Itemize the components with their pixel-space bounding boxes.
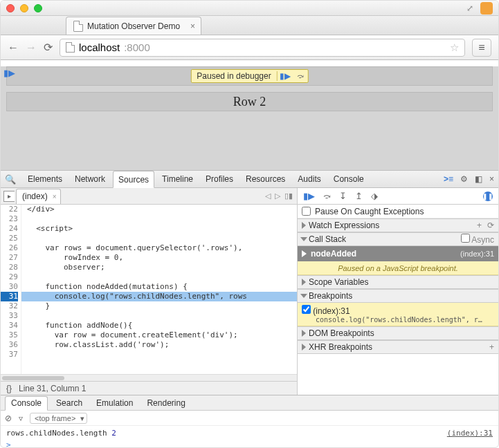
status-bar: {} Line 31, Column 1 bbox=[1, 381, 297, 395]
scope-section[interactable]: Scope Variables bbox=[298, 275, 498, 289]
history-back-icon[interactable]: ◁ bbox=[265, 192, 271, 200]
show-drawer-icon[interactable]: >≡ bbox=[444, 174, 453, 184]
chevron-right-icon bbox=[302, 222, 306, 229]
browser-tab[interactable]: Mutation Observer Demo × bbox=[66, 17, 201, 35]
chevron-right-icon bbox=[302, 279, 306, 286]
tab-title: Mutation Observer Demo bbox=[87, 21, 180, 31]
async-toggle[interactable]: Async bbox=[461, 234, 494, 245]
pause-on-caught-label: Pause On Caught Exceptions bbox=[315, 207, 424, 216]
drawer: Console Search Emulation Rendering ⊘ ▿ <… bbox=[1, 395, 498, 448]
window-controls bbox=[6, 4, 42, 12]
drawer-tab-console[interactable]: Console bbox=[5, 396, 48, 411]
console-prompt[interactable]: > bbox=[6, 438, 493, 448]
history-fwd-icon[interactable]: ▷ bbox=[275, 192, 280, 200]
dom-bp-section[interactable]: DOM Breakpoints bbox=[298, 326, 498, 340]
async-checkbox[interactable] bbox=[461, 234, 470, 243]
step-into-icon[interactable]: ↧ bbox=[339, 191, 347, 201]
console-text: rows.childNodes.length bbox=[6, 429, 107, 438]
navigator-toggle-icon[interactable]: ▸ bbox=[3, 191, 15, 202]
browser-menu-button[interactable]: ≡ bbox=[472, 39, 491, 57]
resume-overlay-icon[interactable]: ▮▶ bbox=[3, 68, 15, 78]
pretty-print-icon[interactable]: {} bbox=[6, 384, 12, 393]
drawer-tab-search[interactable]: Search bbox=[51, 395, 88, 410]
cat-extension-icon[interactable] bbox=[480, 2, 493, 15]
close-devtools-icon[interactable]: × bbox=[489, 174, 494, 184]
callstack-section[interactable]: Call Stack Async bbox=[298, 232, 498, 246]
tab-sources[interactable]: Sources bbox=[113, 171, 154, 188]
code-body[interactable]: </div> <script> var rows = document.quer… bbox=[21, 205, 297, 374]
window-titlebar: ⤢ bbox=[1, 1, 498, 16]
tab-timeline[interactable]: Timeline bbox=[157, 171, 198, 188]
reload-button[interactable]: ⟳ bbox=[44, 41, 53, 54]
watch-label: Watch Expressions bbox=[309, 221, 379, 230]
inspect-icon[interactable]: 🔍 bbox=[5, 174, 16, 185]
pause-exceptions-icon[interactable]: ❚❚ bbox=[483, 192, 493, 201]
source-editor[interactable]: 22232425262728293031323334353637 </div> … bbox=[1, 205, 297, 374]
back-button[interactable]: ← bbox=[8, 41, 19, 54]
dock-side-icon[interactable]: ◧ bbox=[475, 174, 482, 184]
breakpoint-checkbox[interactable] bbox=[302, 305, 311, 314]
chevron-right-icon bbox=[302, 330, 306, 337]
chevron-down-icon bbox=[300, 237, 307, 241]
deactivate-bp-icon[interactable]: ⬗ bbox=[371, 191, 378, 201]
tab-audits[interactable]: Audits bbox=[293, 171, 325, 188]
tab-resources[interactable]: Resources bbox=[241, 171, 290, 188]
tab-profiles[interactable]: Profiles bbox=[201, 171, 238, 188]
console-source-link[interactable]: (index):31 bbox=[447, 429, 493, 438]
breakpoint-preview: console.log("rows.childNodes.length", r… bbox=[316, 316, 494, 324]
console-output[interactable]: rows.childNodes.length 2 (index):31 > bbox=[1, 426, 498, 448]
call-frame[interactable]: nodeAdded (index):31 bbox=[298, 246, 498, 261]
tab-elements[interactable]: Elements bbox=[23, 171, 67, 188]
resume-button[interactable]: ▮▶ bbox=[278, 71, 293, 81]
line-gutter[interactable]: 22232425262728293031323334353637 bbox=[1, 205, 21, 374]
settings-gear-icon[interactable]: ⚙ bbox=[460, 174, 468, 184]
drawer-tabs: Console Search Emulation Rendering bbox=[1, 395, 498, 411]
minimize-window-button[interactable] bbox=[20, 4, 28, 12]
pause-on-caught-row[interactable]: Pause On Caught Exceptions bbox=[298, 205, 498, 218]
filter-icon[interactable]: ▿ bbox=[19, 413, 23, 423]
url-port: :8000 bbox=[124, 41, 150, 53]
console-message: rows.childNodes.length 2 (index):31 bbox=[6, 429, 493, 438]
close-file-icon[interactable]: × bbox=[53, 193, 57, 200]
breakpoint-item[interactable]: (index):31 console.log("rows.childNodes.… bbox=[298, 303, 498, 326]
step-over-icon[interactable]: ⤼ bbox=[323, 191, 331, 201]
resume-icon[interactable]: ▮▶ bbox=[303, 191, 315, 201]
site-icon bbox=[66, 42, 75, 53]
add-watch-icon[interactable]: + bbox=[477, 221, 482, 230]
tab-console[interactable]: Console bbox=[329, 171, 369, 188]
zoom-window-button[interactable] bbox=[34, 4, 42, 12]
clear-console-icon[interactable]: ⊘ bbox=[5, 413, 12, 423]
toggle-sidebar-icon[interactable]: ▯▮ bbox=[284, 192, 293, 200]
frame-function: nodeAdded bbox=[311, 249, 356, 259]
file-tab-index[interactable]: (index) × bbox=[16, 189, 61, 204]
frame-location: (index):31 bbox=[460, 250, 494, 258]
chevron-down-icon bbox=[300, 294, 307, 298]
drawer-tab-rendering[interactable]: Rendering bbox=[141, 395, 190, 410]
current-frame-arrow-icon bbox=[302, 250, 307, 257]
pause-on-caught-checkbox[interactable] bbox=[302, 207, 311, 216]
address-bar[interactable]: localhost:8000 ☆ bbox=[60, 39, 465, 57]
fullscreen-icon[interactable]: ⤢ bbox=[466, 3, 473, 13]
scope-label: Scope Variables bbox=[309, 277, 369, 287]
close-window-button[interactable] bbox=[6, 4, 15, 12]
step-out-icon[interactable]: ↥ bbox=[355, 191, 363, 201]
dom-bp-label: DOM Breakpoints bbox=[309, 328, 374, 338]
chevron-right-icon bbox=[302, 344, 306, 351]
url-host: localhost bbox=[79, 41, 120, 53]
pause-reason: Paused on a JavaScript breakpoint. bbox=[298, 261, 498, 275]
close-tab-icon[interactable]: × bbox=[190, 21, 195, 31]
watch-section[interactable]: Watch Expressions +⟳ bbox=[298, 218, 498, 232]
breakpoints-section[interactable]: Breakpoints bbox=[298, 289, 498, 303]
horizontal-scrollbar[interactable] bbox=[1, 374, 297, 381]
add-xhr-bp-icon[interactable]: + bbox=[489, 342, 494, 352]
tab-network[interactable]: Network bbox=[70, 171, 110, 188]
step-over-button[interactable]: ⤼ bbox=[293, 71, 308, 81]
devtools-tabbar: 🔍 Elements Network Sources Timeline Prof… bbox=[1, 170, 498, 188]
file-tab-label: (index) bbox=[22, 192, 48, 201]
forward-button: → bbox=[26, 41, 37, 54]
xhr-bp-section[interactable]: XHR Breakpoints + bbox=[298, 340, 498, 354]
drawer-tab-emulation[interactable]: Emulation bbox=[91, 395, 138, 410]
context-selector[interactable]: <top frame> bbox=[30, 413, 87, 424]
bookmark-star-icon[interactable]: ☆ bbox=[450, 41, 459, 54]
refresh-watch-icon[interactable]: ⟳ bbox=[487, 221, 494, 230]
